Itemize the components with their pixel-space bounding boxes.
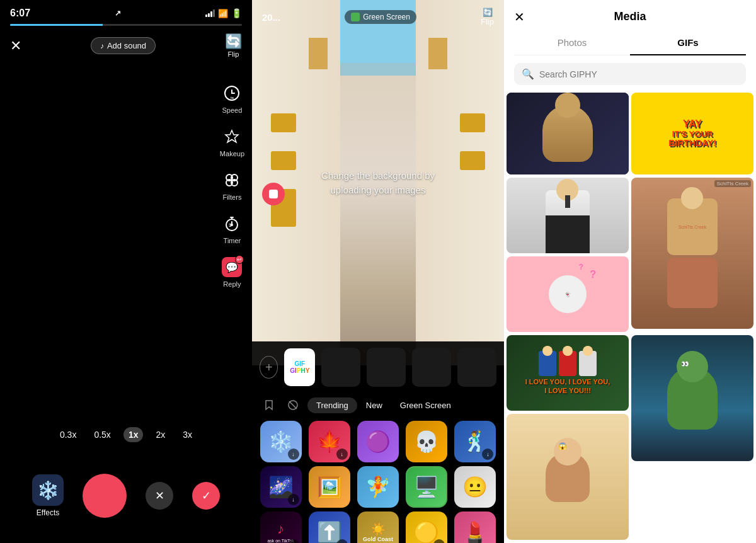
speed-label: Speed — [222, 106, 243, 114]
gif-seal[interactable]: 👻 ? ? — [507, 256, 629, 332]
timer-tool[interactable]: 3 Timer — [220, 212, 244, 244]
effect-blue-figure-img: 🕺 ↓ — [454, 421, 496, 462]
effect-ask-tiktok-img: ♪ ask on TikTok ↓ — [260, 512, 302, 543]
effect-leaf[interactable]: 🍁 ↓ — [307, 421, 352, 462]
gif-basketball[interactable] — [507, 93, 629, 174]
effect-skull-img: 💀 — [406, 421, 447, 462]
window-right-2 — [460, 151, 485, 170]
purple-ball-icon: 🟣 — [357, 421, 399, 462]
street-road — [340, 63, 416, 353]
effect-snowflake[interactable]: ❄️ ↓ — [258, 421, 303, 462]
tab-new-label: New — [366, 401, 382, 410]
giphy-search-input[interactable] — [539, 69, 738, 79]
gif-birthday[interactable]: YAY IT'S YOUR BIRTHDAY! — [631, 93, 753, 174]
bookmarks-icon[interactable] — [260, 396, 278, 414]
speed-3x[interactable]: 3x — [178, 427, 197, 442]
tab-photos[interactable]: Photos — [514, 31, 630, 55]
effects-button[interactable]: ❄️ Effects — [32, 474, 64, 517]
filters-tool[interactable]: Filters — [220, 169, 244, 201]
effect-gold-coast-img: ☀️ Gold Coast — [357, 512, 399, 543]
speed-0-3x[interactable]: 0.3x — [55, 427, 81, 442]
gifs-tab-label: GIFs — [677, 37, 698, 48]
effect-green-screen-icon[interactable]: 🖥️ — [404, 466, 449, 508]
cancel-button[interactable]: ✕ — [146, 482, 173, 510]
gif-grinch[interactable]: 👀 — [631, 335, 753, 461]
gif-schitts[interactable]: SchiTts Creek SchiTts Creek — [631, 178, 753, 329]
speed-controls: 0.3x 0.5x 1x 2x 3x — [0, 427, 252, 442]
schitts-watermark: SchiTts Creek — [679, 225, 706, 229]
elf-head1 — [542, 346, 553, 356]
media-tabs: Photos GIFs — [514, 31, 746, 55]
reply-tool[interactable]: 💬 ↩ Reply — [220, 256, 244, 288]
add-media-button[interactable]: + — [260, 356, 278, 379]
close-button[interactable]: ✕ — [10, 38, 21, 54]
no-effects-icon[interactable] — [284, 396, 302, 414]
makeup-tool[interactable]: Makeup — [220, 125, 244, 157]
effect-thumb-2[interactable] — [367, 348, 406, 387]
reply-label: Reply — [223, 280, 241, 288]
speed-2x[interactable]: 2x — [151, 427, 170, 442]
giphy-search-bar[interactable]: 🔍 — [514, 63, 746, 85]
gif-man-tux[interactable] — [507, 178, 629, 253]
add-sound-button[interactable]: ♪ Add sound — [91, 37, 156, 54]
effects-snowflake-icon: ❄️ — [32, 474, 64, 506]
giphy-button[interactable]: GIF G I P H Y — [284, 348, 315, 386]
tab-trending[interactable]: Trending — [307, 397, 357, 413]
photos-tab-label: Photos — [558, 37, 587, 48]
yay-text: YAY — [668, 118, 716, 130]
gif-surprised[interactable]: 😱 — [507, 414, 629, 540]
effect-skull[interactable]: 💀 — [404, 421, 449, 462]
giphy-bottom-letters: G I P H Y — [290, 367, 309, 374]
gif-surprised-content: 😱 — [507, 414, 629, 540]
flip-button[interactable]: 🔄 Flip — [225, 33, 242, 58]
effect-gold-coast[interactable]: ☀️ Gold Coast — [355, 512, 400, 543]
tab-gifs[interactable]: GIFs — [630, 31, 746, 55]
speed-tool[interactable]: ₜₑ Speed — [220, 82, 244, 114]
tab-green-screen[interactable]: Green Screen — [391, 397, 460, 413]
effect-photo-frame[interactable]: 🖼️ — [307, 466, 352, 508]
effect-fairy[interactable]: 🧚 — [355, 466, 400, 508]
gif-elf-content: I LOVE YOU, I LOVE YOU,I LOVE YOU!!! — [507, 335, 629, 411]
birthday-main-text: BIRTHDAY! — [668, 139, 716, 148]
signal-icon — [205, 9, 215, 17]
status-time: 6:07 — [10, 8, 30, 19]
makeup-label: Makeup — [220, 150, 244, 157]
flip-label: Flip — [228, 50, 239, 58]
speed-0-5x[interactable]: 0.5x — [89, 427, 115, 442]
media-close-button[interactable]: ✕ — [514, 9, 525, 25]
confirm-button[interactable]: ✓ — [192, 482, 220, 510]
record-button[interactable] — [83, 474, 127, 518]
tab-new[interactable]: New — [357, 397, 391, 413]
effect-thumb-3[interactable] — [412, 348, 451, 387]
effects-label: Effects — [37, 508, 59, 517]
giphy-top-label: GIF — [294, 360, 305, 367]
effect-upload[interactable]: ⬆️ ↓ — [307, 512, 352, 543]
flip-icon: 🔄 — [225, 33, 242, 50]
effects-flip-button[interactable]: 🔄 Flip — [481, 8, 494, 26]
love-you-text: I LOVE YOU, I LOVE YOU,I LOVE YOU!!! — [525, 377, 610, 396]
effect-yellow-sphere[interactable]: 🟡 ↓ — [404, 512, 449, 543]
effects-grid: ❄️ ↓ 🍁 ↓ 🟣 💀 — [252, 417, 504, 543]
reply-icon: 💬 ↩ — [220, 256, 243, 278]
svg-text:3: 3 — [229, 222, 232, 228]
wifi-icon: 📶 — [218, 9, 228, 18]
effect-galaxy[interactable]: 🌌 ↓ — [258, 466, 303, 508]
effect-white-mask[interactable]: 😐 — [453, 466, 498, 508]
gold-coast-text-label: Gold Coast — [363, 536, 393, 542]
grinch-figure: 👀 — [667, 367, 718, 430]
birthday-text: YAY IT'S YOUR BIRTHDAY! — [668, 118, 716, 148]
effect-purple-ball[interactable]: 🟣 — [355, 421, 400, 462]
effect-ask-tiktok[interactable]: ♪ ask on TikTok ↓ — [258, 512, 303, 543]
music-note-icon: ♪ — [100, 42, 104, 50]
gif-elf[interactable]: I LOVE YOU, I LOVE YOU,I LOVE YOU!!! — [507, 335, 629, 411]
effect-leaf-img: 🍁 ↓ — [309, 421, 350, 462]
effect-pink-filter[interactable]: 💄 — [453, 512, 498, 543]
effect-blue-figure[interactable]: 🕺 ↓ — [453, 421, 498, 462]
effect-thumb-4[interactable] — [457, 348, 496, 387]
gif-grinch-content: 👀 — [631, 335, 753, 461]
effect-thumb-1[interactable] — [321, 348, 360, 387]
effects-bottom-panel: + GIF G I P H Y — [252, 341, 504, 543]
makeup-icon — [220, 125, 243, 148]
speed-1x[interactable]: 1x — [123, 427, 144, 442]
tab-green-screen-label: Green Screen — [400, 401, 451, 410]
